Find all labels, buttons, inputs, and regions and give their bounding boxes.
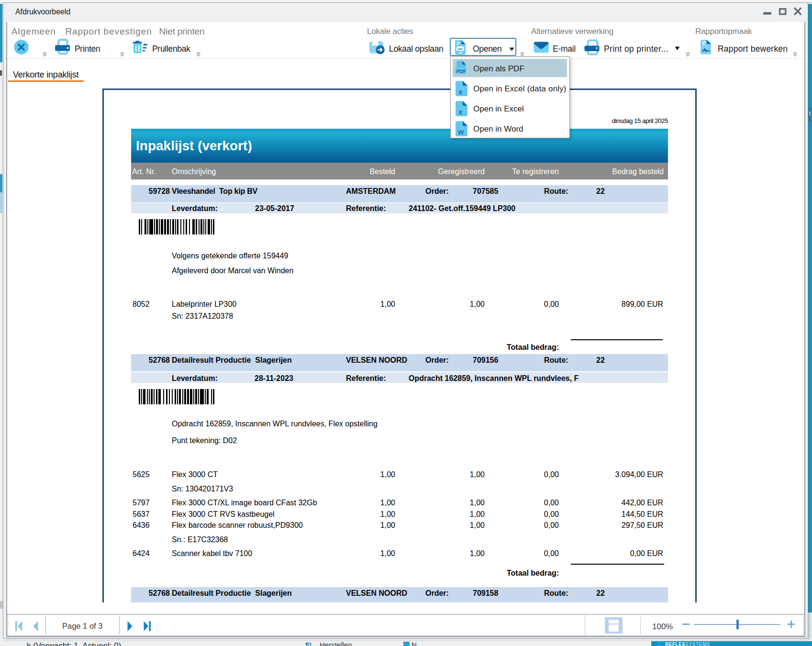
svg-text:PDF: PDF — [456, 68, 467, 74]
svg-text:w: w — [457, 128, 464, 136]
